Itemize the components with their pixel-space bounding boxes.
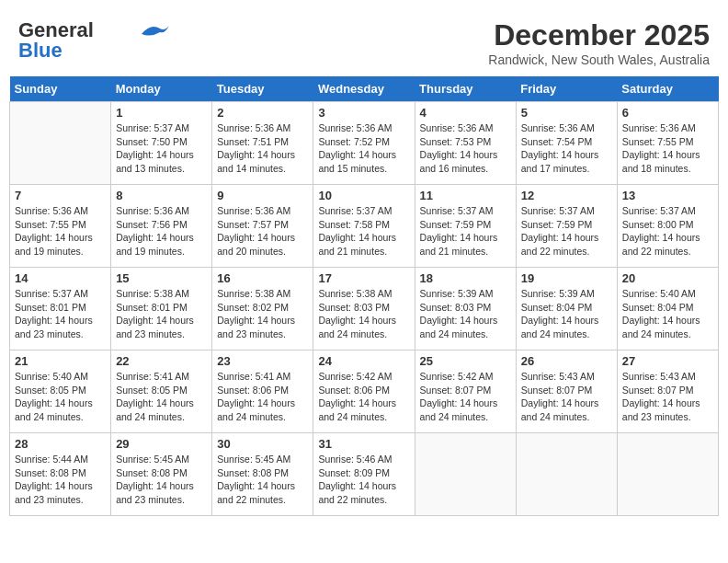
header: General Blue December 2025 Randwick, New… [9,9,719,72]
col-header-wednesday: Wednesday [313,76,415,102]
calendar-cell [516,433,617,516]
day-info: Sunrise: 5:37 AM Sunset: 7:59 PM Dayligh… [521,204,612,259]
day-info: Sunrise: 5:37 AM Sunset: 8:01 PM Dayligh… [15,287,106,341]
day-info: Sunrise: 5:40 AM Sunset: 8:05 PM Dayligh… [15,370,106,424]
calendar-cell: 21Sunrise: 5:40 AM Sunset: 8:05 PM Dayli… [10,350,111,433]
col-header-saturday: Saturday [617,76,718,102]
calendar-cell: 12Sunrise: 5:37 AM Sunset: 7:59 PM Dayli… [516,185,617,268]
day-number: 17 [318,271,409,285]
calendar-cell: 2Sunrise: 5:36 AM Sunset: 7:51 PM Daylig… [212,102,313,185]
day-info: Sunrise: 5:45 AM Sunset: 8:08 PM Dayligh… [116,453,207,507]
day-info: Sunrise: 5:39 AM Sunset: 8:03 PM Dayligh… [420,287,511,341]
day-number: 7 [15,189,106,202]
day-info: Sunrise: 5:36 AM Sunset: 7:55 PM Dayligh… [15,204,106,259]
col-header-thursday: Thursday [415,76,516,102]
calendar-cell: 3Sunrise: 5:36 AM Sunset: 7:52 PM Daylig… [313,102,415,185]
calendar-cell: 23Sunrise: 5:41 AM Sunset: 8:06 PM Dayli… [212,350,313,433]
calendar-cell: 6Sunrise: 5:36 AM Sunset: 7:55 PM Daylig… [617,102,718,185]
day-number: 11 [420,189,511,202]
day-info: Sunrise: 5:38 AM Sunset: 8:02 PM Dayligh… [217,287,308,341]
calendar-cell: 24Sunrise: 5:42 AM Sunset: 8:06 PM Dayli… [313,350,415,433]
day-info: Sunrise: 5:36 AM Sunset: 7:53 PM Dayligh… [420,121,511,176]
calendar-cell: 7Sunrise: 5:36 AM Sunset: 7:55 PM Daylig… [10,185,111,268]
day-number: 8 [116,189,207,202]
calendar-cell: 22Sunrise: 5:41 AM Sunset: 8:05 PM Dayli… [111,350,212,433]
day-info: Sunrise: 5:41 AM Sunset: 8:06 PM Dayligh… [217,370,308,424]
day-info: Sunrise: 5:36 AM Sunset: 7:51 PM Dayligh… [217,121,308,176]
day-number: 10 [318,189,409,202]
calendar-cell: 28Sunrise: 5:44 AM Sunset: 8:08 PM Dayli… [10,433,111,516]
calendar-cell: 20Sunrise: 5:40 AM Sunset: 8:04 PM Dayli… [617,268,718,350]
day-number: 23 [217,354,308,368]
calendar-table: SundayMondayTuesdayWednesdayThursdayFrid… [9,76,719,516]
calendar-cell [10,102,111,185]
calendar-cell: 14Sunrise: 5:37 AM Sunset: 8:01 PM Dayli… [10,268,111,350]
day-info: Sunrise: 5:45 AM Sunset: 8:08 PM Dayligh… [217,453,308,507]
calendar-cell: 8Sunrise: 5:36 AM Sunset: 7:56 PM Daylig… [111,185,212,268]
calendar-cell: 1Sunrise: 5:37 AM Sunset: 7:50 PM Daylig… [111,102,212,185]
day-info: Sunrise: 5:37 AM Sunset: 7:58 PM Dayligh… [318,204,409,259]
week-row-2: 7Sunrise: 5:36 AM Sunset: 7:55 PM Daylig… [10,185,719,268]
day-info: Sunrise: 5:36 AM Sunset: 7:57 PM Dayligh… [217,204,308,259]
day-number: 15 [116,271,207,285]
week-row-1: 1Sunrise: 5:37 AM Sunset: 7:50 PM Daylig… [10,102,719,185]
week-row-3: 14Sunrise: 5:37 AM Sunset: 8:01 PM Dayli… [10,268,719,350]
day-info: Sunrise: 5:37 AM Sunset: 8:00 PM Dayligh… [622,204,713,259]
day-info: Sunrise: 5:42 AM Sunset: 8:07 PM Dayligh… [420,370,511,424]
calendar-cell: 29Sunrise: 5:45 AM Sunset: 8:08 PM Dayli… [111,433,212,516]
day-number: 25 [420,354,511,368]
calendar-cell: 16Sunrise: 5:38 AM Sunset: 8:02 PM Dayli… [212,268,313,350]
day-info: Sunrise: 5:37 AM Sunset: 7:59 PM Dayligh… [420,204,511,259]
day-info: Sunrise: 5:44 AM Sunset: 8:08 PM Dayligh… [15,453,106,507]
day-number: 30 [217,437,308,451]
day-info: Sunrise: 5:36 AM Sunset: 7:56 PM Dayligh… [116,204,207,259]
day-info: Sunrise: 5:36 AM Sunset: 7:55 PM Dayligh… [622,121,713,176]
day-number: 4 [420,106,511,120]
day-info: Sunrise: 5:43 AM Sunset: 8:07 PM Dayligh… [521,370,612,424]
calendar-cell: 17Sunrise: 5:38 AM Sunset: 8:03 PM Dayli… [313,268,415,350]
logo: General Blue [18,18,169,63]
day-number: 19 [521,271,612,285]
logo-blue: Blue [18,39,63,63]
week-row-4: 21Sunrise: 5:40 AM Sunset: 8:05 PM Dayli… [10,350,719,433]
day-info: Sunrise: 5:38 AM Sunset: 8:01 PM Dayligh… [116,287,207,341]
col-header-sunday: Sunday [10,76,111,102]
calendar-cell: 10Sunrise: 5:37 AM Sunset: 7:58 PM Dayli… [313,185,415,268]
calendar-cell: 19Sunrise: 5:39 AM Sunset: 8:04 PM Dayli… [516,268,617,350]
title-area: December 2025 Randwick, New South Wales,… [488,18,710,67]
calendar-cell: 9Sunrise: 5:36 AM Sunset: 7:57 PM Daylig… [212,185,313,268]
day-number: 2 [217,106,308,120]
day-info: Sunrise: 5:42 AM Sunset: 8:06 PM Dayligh… [318,370,409,424]
calendar-cell [617,433,718,516]
col-header-monday: Monday [111,76,212,102]
day-number: 12 [521,189,612,202]
day-number: 21 [15,354,106,368]
location: Randwick, New South Wales, Australia [488,52,710,67]
logo-bird-icon [142,21,169,38]
month-title: December 2025 [488,18,710,52]
day-number: 22 [116,354,207,368]
calendar-cell: 31Sunrise: 5:46 AM Sunset: 8:09 PM Dayli… [313,433,415,516]
day-number: 14 [15,271,106,285]
calendar-header-row: SundayMondayTuesdayWednesdayThursdayFrid… [10,76,719,102]
calendar-cell: 25Sunrise: 5:42 AM Sunset: 8:07 PM Dayli… [415,350,516,433]
calendar-cell: 13Sunrise: 5:37 AM Sunset: 8:00 PM Dayli… [617,185,718,268]
day-number: 29 [116,437,207,451]
day-info: Sunrise: 5:38 AM Sunset: 8:03 PM Dayligh… [318,287,409,341]
day-info: Sunrise: 5:43 AM Sunset: 8:07 PM Dayligh… [622,370,713,424]
day-number: 26 [521,354,612,368]
day-number: 31 [318,437,409,451]
calendar-cell: 27Sunrise: 5:43 AM Sunset: 8:07 PM Dayli… [617,350,718,433]
calendar-cell: 11Sunrise: 5:37 AM Sunset: 7:59 PM Dayli… [415,185,516,268]
day-number: 1 [116,106,207,120]
day-info: Sunrise: 5:41 AM Sunset: 8:05 PM Dayligh… [116,370,207,424]
day-number: 20 [622,271,713,285]
day-info: Sunrise: 5:36 AM Sunset: 7:52 PM Dayligh… [318,121,409,176]
day-info: Sunrise: 5:39 AM Sunset: 8:04 PM Dayligh… [521,287,612,341]
day-number: 5 [521,106,612,120]
day-number: 28 [15,437,106,451]
day-info: Sunrise: 5:40 AM Sunset: 8:04 PM Dayligh… [622,287,713,341]
day-number: 6 [622,106,713,120]
calendar-cell: 15Sunrise: 5:38 AM Sunset: 8:01 PM Dayli… [111,268,212,350]
calendar-cell: 5Sunrise: 5:36 AM Sunset: 7:54 PM Daylig… [516,102,617,185]
